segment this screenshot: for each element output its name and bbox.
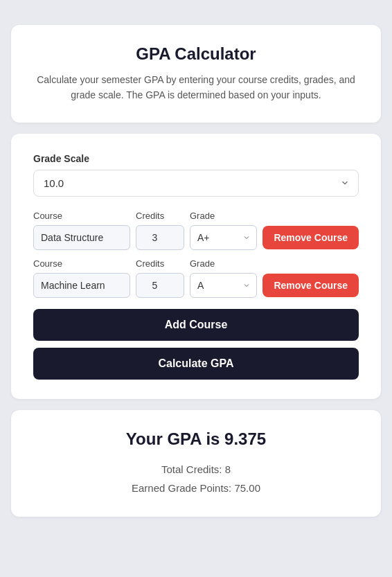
calculate-gpa-button[interactable]: Calculate GPA [33, 348, 359, 380]
course-name-input-1[interactable] [33, 225, 130, 250]
course-label-2: Course [33, 258, 130, 269]
course-row-2: Course Credits Grade A+ A A- B+ B B- C+ … [33, 258, 359, 298]
grade-scale-section: Grade Scale 10.0 4.0 5.0 7.0 [33, 153, 359, 211]
course-grade-select-1[interactable]: A+ A A- B+ B B- C+ C F [190, 225, 257, 250]
result-details: Total Credits: 8 Earned Grade Points: 75… [33, 460, 359, 497]
course-row-2-labels: Course Credits Grade [33, 258, 359, 269]
total-credits-text: Total Credits: 8 [33, 460, 359, 479]
earned-grade-points-text: Earned Grade Points: 75.00 [33, 479, 359, 497]
page-title: GPA Calculator [33, 44, 359, 64]
course-credits-input-1[interactable] [136, 225, 184, 250]
course-label-1: Course [33, 211, 130, 221]
course-credits-input-2[interactable] [136, 273, 184, 298]
action-buttons: Add Course Calculate GPA [33, 309, 359, 380]
result-card: Your GPA is 9.375 Total Credits: 8 Earne… [11, 410, 381, 517]
credits-label-1: Credits [136, 211, 184, 221]
grade-scale-select[interactable]: 10.0 4.0 5.0 7.0 [33, 170, 359, 197]
header-card: GPA Calculator Calculate your semester G… [11, 25, 381, 123]
page-container: GPA Calculator Calculate your semester G… [0, 14, 392, 528]
gpa-result-title: Your GPA is 9.375 [33, 429, 359, 449]
remove-course-button-1[interactable]: Remove Course [262, 226, 359, 249]
remove-course-button-2[interactable]: Remove Course [262, 274, 359, 297]
course-row-2-inputs: A+ A A- B+ B B- C+ C F Remove Course [33, 273, 359, 298]
add-course-button[interactable]: Add Course [33, 309, 359, 341]
course-row-1-labels: Course Credits Grade [33, 211, 359, 221]
course-grade-select-2[interactable]: A+ A A- B+ B B- C+ C F [190, 273, 257, 298]
header-description: Calculate your semester GPA by entering … [33, 72, 359, 103]
grade-label-2: Grade [190, 258, 259, 269]
course-row-1: Course Credits Grade A+ A A- B+ B B- C+ … [33, 211, 359, 250]
course-row-1-inputs: A+ A A- B+ B B- C+ C F Remove Course [33, 225, 359, 250]
calculator-card: Grade Scale 10.0 4.0 5.0 7.0 Course Cred… [11, 134, 381, 399]
course-name-input-2[interactable] [33, 273, 130, 298]
grade-scale-label: Grade Scale [33, 153, 359, 164]
credits-label-2: Credits [136, 258, 184, 269]
grade-label-1: Grade [190, 211, 259, 221]
